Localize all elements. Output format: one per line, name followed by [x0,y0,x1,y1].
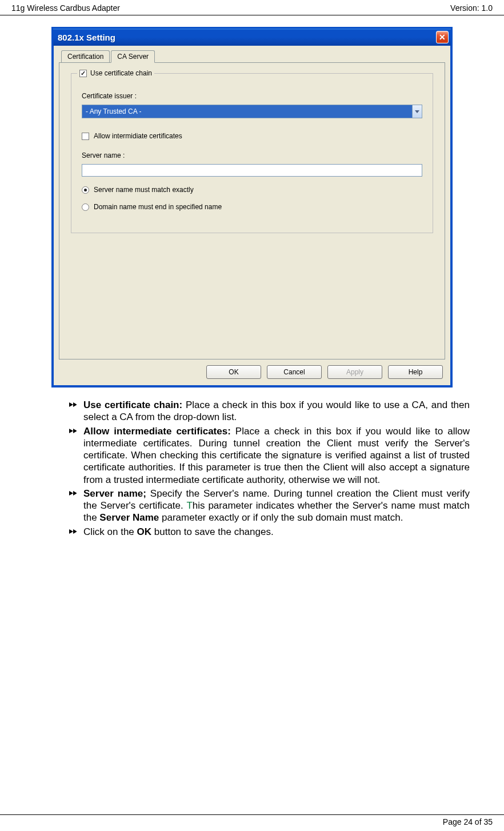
tab-certification[interactable]: Certification [61,50,110,63]
close-button[interactable]: ✕ [436,31,449,43]
allow-intermediate-label: Allow intermidiate certificates [94,132,182,140]
cert-issuer-value: - Any Trusted CA - [82,105,412,118]
bullet-3-bold: Server name; [83,488,146,499]
bullet-3-bold2: Server Name [99,512,159,523]
page-number: Page 24 of 35 [443,817,493,826]
bullet-1-bold: Use certificate chain: [83,399,182,410]
cert-chain-group: Use certificate chain Certificate issuer… [71,73,433,233]
arrow-icon [69,427,77,435]
apply-button[interactable]: Apply [327,365,382,379]
dialog-buttons: OK Cancel Apply Help [59,359,445,379]
radio-domain-end-label: Domain name must end in specified name [94,203,222,211]
doc-bullets: Use certificate chain: Place a check in … [34,399,470,538]
cert-chain-legend: Use certificate chain [77,69,154,77]
tab-panel: Use certificate chain Certificate issuer… [59,62,445,359]
allow-intermediate-checkbox[interactable] [82,133,89,140]
radio-exact-row: Server name must match exactly [82,186,422,194]
use-cert-chain-checkbox[interactable] [79,70,87,77]
radio-match-exactly-label: Server name must match exactly [94,186,194,194]
chevron-down-icon [415,110,419,113]
header-left: 11g Wireless Cardbus Adapter [11,3,120,13]
tab-ca-server[interactable]: CA Server [111,50,155,63]
window-title: 802.1x Setting [58,33,115,42]
bullet-use-cert-chain: Use certificate chain: Place a check in … [69,399,470,424]
dropdown-button[interactable] [412,105,422,118]
cert-issuer-dropdown[interactable]: - Any Trusted CA - [82,105,422,118]
bullet-click-ok: Click on the OK button to save the chang… [69,526,470,538]
close-icon: ✕ [439,33,446,41]
ok-button[interactable]: OK [206,365,261,379]
help-button[interactable]: Help [388,365,443,379]
bullet-server-name: Server name; Specify the Server's name. … [69,488,470,524]
arrow-icon [69,489,77,497]
bullet-4-post: button to save the changes. [151,526,274,537]
bullet-3-green: T [186,500,192,511]
settings-dialog: 802.1x Setting ✕ Certification CA Server… [51,27,453,387]
titlebar: 802.1x Setting ✕ [53,29,451,46]
cert-issuer-label: Certificate issuer : [82,92,422,100]
server-name-label: Server name : [82,151,422,159]
bullet-2-bold: Allow intermediate certificates: [83,426,231,437]
header-right: Version: 1.0 [450,3,493,13]
tab-certification-label: Certification [67,53,103,61]
arrow-icon [69,528,77,536]
server-name-input[interactable] [82,164,422,177]
tab-ca-server-label: CA Server [117,53,149,61]
radio-domain-end[interactable] [82,203,89,211]
content-wrap: 802.1x Setting ✕ Certification CA Server… [0,15,504,538]
bullet-4-bold: OK [137,526,152,537]
radio-match-exactly[interactable] [82,186,89,194]
allow-intermediate-row: Allow intermidiate certificates [82,132,422,140]
page-header: 11g Wireless Cardbus Adapter Version: 1.… [0,0,504,15]
tab-strip: Certification CA Server [59,50,445,63]
arrow-icon [69,401,77,409]
use-cert-chain-label: Use certificate chain [90,69,152,77]
bullet-4-pre: Click on the [83,526,137,537]
radio-domain-row: Domain name must end in specified name [82,203,422,211]
page-footer: Page 24 of 35 [0,814,504,826]
bullet-3-post2: parameter exactly or if only the sub dom… [159,512,403,523]
dialog-body: Certification CA Server Use certificate … [53,46,451,386]
cancel-button[interactable]: Cancel [267,365,322,379]
bullet-allow-intermediate: Allow intermediate certificates: Place a… [69,425,470,486]
